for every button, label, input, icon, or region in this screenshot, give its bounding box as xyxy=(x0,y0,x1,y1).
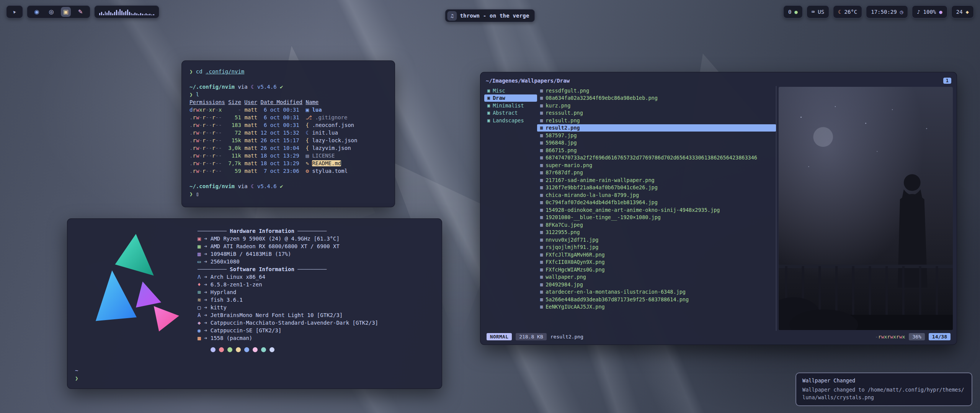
terminal-line: ◉ ➜ Catppuccin-SE [GTK2/3] xyxy=(198,327,435,334)
file-position-badge: 14/38 xyxy=(929,333,951,340)
visualizer-bar xyxy=(101,12,102,15)
clock-module[interactable]: 17:50:29 ◷ xyxy=(866,5,908,18)
file-row[interactable]: ▦result2.png xyxy=(537,124,776,132)
file-row[interactable]: ▦resssult.png xyxy=(537,109,776,117)
terminal-line: ▢ ➜ kitty xyxy=(198,304,435,311)
terminal-line: ~/.config/nvim via ☾ v5.4.6 ✔ xyxy=(189,182,387,190)
file-row[interactable]: ▦154928-odinokoe_anime-art-anime-okno-si… xyxy=(537,206,776,214)
file-row[interactable]: ▦rsjqojlmjhf91.jpg xyxy=(537,244,776,251)
file-row[interactable]: ▦super-mario.png xyxy=(537,161,776,169)
file-row[interactable]: ▦FXfcHgcWIAMzs0G.png xyxy=(537,266,776,273)
folder-name: Draw xyxy=(493,95,505,101)
file-row[interactable]: ▦EeNKYgIUcAAJ5JX.png xyxy=(537,303,776,311)
file-row[interactable]: ▦wallpaper.png xyxy=(537,273,776,281)
visualizer-bar xyxy=(129,12,130,15)
fetch-terminal-window[interactable]: ───────── Hardware Information ─────────… xyxy=(67,218,442,389)
file-row[interactable]: ▦FXfcII0X0AQyn9X.png xyxy=(537,259,776,266)
terminal-line: ❯ ▯ xyxy=(189,190,387,198)
file-name: 68747470733a2f2f696d616765732d7769786d70… xyxy=(546,154,757,161)
visualizer-bar xyxy=(153,14,154,15)
palette-dot xyxy=(270,347,274,352)
keyboard-layout-module[interactable]: ⌨ US xyxy=(807,5,829,18)
file-row[interactable]: ▦0c794faf07de24a4db4d4fb1eb813964.jpg xyxy=(537,199,776,206)
workspace-browser[interactable]: ◉ xyxy=(32,7,42,17)
terminal-line: ▭ ➜ 980x413 xyxy=(198,258,435,265)
file-row[interactable]: ▦nnvuv0xj2df71.jpg xyxy=(537,236,776,244)
workspace-switcher: ◉◎▣✎ xyxy=(27,5,90,18)
file-row[interactable]: ▦587597.jpg xyxy=(537,132,776,139)
folder-icon: ▣ xyxy=(487,88,490,93)
file-row[interactable]: ▦ressdfgult.png xyxy=(537,87,776,94)
image-file-icon: ▦ xyxy=(540,170,543,175)
visualizer-bar xyxy=(145,13,147,15)
terminal-line: .rw-r--r-- 72 matt 12 oct 15:32 ☾ init.l… xyxy=(189,129,387,137)
file-name: 87r687df.png xyxy=(546,169,583,176)
notifications-module[interactable]: 24 ◆ xyxy=(951,5,974,18)
file-row[interactable]: ▦68747470733a2f2f696d616765732d7769786d7… xyxy=(537,154,776,162)
sidebar-folder[interactable]: ▣Landscapes xyxy=(484,117,537,124)
terminal-line: ▣ ➜ AMD Ryzen 9 5900X (24) @ 4.9GHz [61.… xyxy=(198,235,435,242)
file-row[interactable]: ▦re1sult.png xyxy=(537,117,776,124)
file-name: 596848.jpg xyxy=(546,140,577,146)
file-row[interactable]: ▦5a266e448add93deab367d87173e9f25-683788… xyxy=(537,296,776,303)
file-row[interactable]: ▦87r687df.png xyxy=(537,169,776,177)
file-row[interactable]: ▦3122955.png xyxy=(537,229,776,236)
terminal-line: ▦ ➜ AMD ATI Radeon RX 6800/6800 XT / 690… xyxy=(198,242,435,250)
file-row[interactable]: ▦kurz.png xyxy=(537,102,776,109)
file-row[interactable]: ▦20492984.jpg xyxy=(537,281,776,288)
image-file-icon: ▦ xyxy=(540,297,543,302)
palette-dot xyxy=(261,347,266,352)
speaker-icon: ♪ xyxy=(917,9,920,15)
sidebar-folder[interactable]: ▣Draw xyxy=(484,94,537,102)
file-row[interactable]: ▦217167-sad-anime-rain-wallpaper.png xyxy=(537,176,776,184)
notification-body: Wallpaper changed to /home/matt/.config/… xyxy=(802,386,965,402)
image-file-icon: ▦ xyxy=(540,252,543,257)
visualizer-bar xyxy=(142,14,143,15)
volume-module[interactable]: ♪ 100% ● xyxy=(912,5,947,18)
terminal-window[interactable]: ❯ cd .config/nvim ~/.config/nvim via ☾ v… xyxy=(181,60,395,207)
notification-popup[interactable]: Wallpaper Changed Wallpaper changed to /… xyxy=(795,372,972,406)
image-file-icon: ▦ xyxy=(540,118,543,123)
file-name: FXfcHgcWIAMzs0G.png xyxy=(546,267,604,273)
updates-module[interactable]: 0 ● xyxy=(783,5,803,18)
terminal-color-palette xyxy=(198,342,435,352)
file-row[interactable]: ▦866715.png xyxy=(537,146,776,154)
folder-icon: ▣ xyxy=(487,95,490,101)
mode-badge: NORMAL xyxy=(487,333,512,340)
image-file-icon: ▦ xyxy=(540,222,543,228)
sidebar-folder[interactable]: ▣Abstract xyxy=(484,109,537,117)
file-row[interactable]: ▦19201080-__blue-tinge__-1920×1080.jpg xyxy=(537,214,776,221)
terminal-line: Λ ➜ Arch Linux x86_64 xyxy=(198,273,435,281)
microphone-icon: ● xyxy=(939,9,942,15)
updates-icon: ● xyxy=(794,9,797,15)
workspace-design[interactable]: ✎ xyxy=(75,7,85,17)
sidebar-folder[interactable]: ▣Minimalist xyxy=(484,102,537,109)
folder-icon: ▣ xyxy=(487,110,490,115)
visualizer-bar xyxy=(112,13,113,15)
file-row[interactable]: ▦chica-mirando-la-luna-8799.jpg xyxy=(537,191,776,199)
image-file-icon: ▦ xyxy=(540,163,543,168)
file-row[interactable]: ▦08a634fa02a32364f69ebc86a98eb1eb.png xyxy=(537,94,776,102)
workspace-chat[interactable]: ◎ xyxy=(46,7,56,17)
launcher-button[interactable]: ➤ xyxy=(6,5,23,18)
image-file-icon: ▦ xyxy=(540,229,543,235)
file-size-badge: 218.8 KB xyxy=(516,333,547,340)
terminal-line: ❖ ➜ Catppuccin-Macchiato-Standard-Lavend… xyxy=(198,319,435,327)
file-row[interactable]: ▦atardecer-en-la-montanas-ilustracion-63… xyxy=(537,288,776,296)
workspace-files[interactable]: ▣ xyxy=(61,7,71,17)
bell-icon: ◆ xyxy=(966,9,969,15)
image-file-icon: ▦ xyxy=(540,267,543,272)
image-file-icon: ▦ xyxy=(540,289,543,294)
weather-module[interactable]: ☾ 26°C xyxy=(833,5,862,18)
updates-count: 0 xyxy=(788,9,791,15)
image-file-icon: ▦ xyxy=(540,185,543,190)
sidebar-folder[interactable]: ▣Misc xyxy=(484,87,537,94)
file-row[interactable]: ▦8FKa7Cu.jpeg xyxy=(537,221,776,229)
file-row[interactable]: ▦596848.jpg xyxy=(537,139,776,147)
file-row[interactable]: ▦3126f7e9bbf21a8a4af0b67b041c6e26.jpg xyxy=(537,184,776,192)
file-row[interactable]: ▦FXfcJlTXgAMvH6R.png xyxy=(537,251,776,259)
image-file-icon: ▦ xyxy=(540,148,543,153)
clock-icon: ◷ xyxy=(900,9,903,15)
media-player-widget[interactable]: ♫ thrown - on the verge xyxy=(445,9,535,22)
file-manager-window[interactable]: ~/Imagenes/Wallpapers/Draw 1 ▣Misc▣Draw▣… xyxy=(480,72,957,345)
